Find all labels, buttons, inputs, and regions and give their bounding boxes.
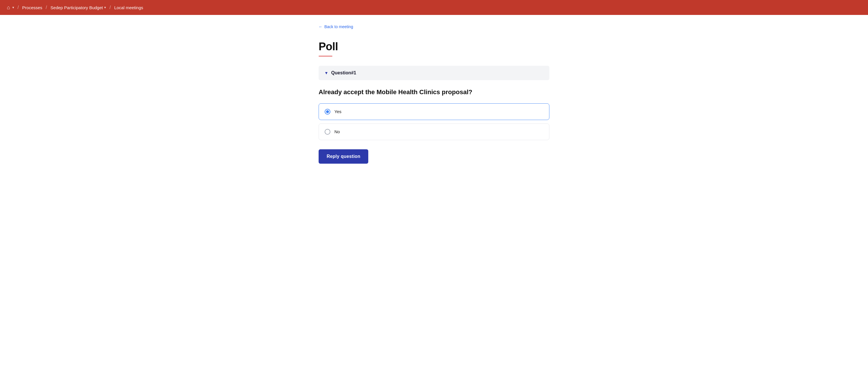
radio-yes-inner (326, 110, 329, 113)
question-header-label: Question#1 (331, 70, 356, 76)
current-page-label: Local meetings (114, 5, 143, 10)
question-text: Already accept the Mobile Health Clinics… (319, 88, 549, 96)
breadcrumb-separator-2: / (45, 5, 47, 10)
participatory-budget-chevron-icon[interactable]: ▾ (104, 5, 106, 9)
home-chevron-icon[interactable]: ▾ (12, 5, 14, 9)
breadcrumb-separator-3: / (110, 5, 111, 10)
question-collapse-icon[interactable]: ▼ (324, 70, 329, 75)
poll-title-underline (319, 56, 332, 57)
navbar: ⌂ ▾ / Processes / Sedep Participatory Bu… (0, 0, 868, 15)
reply-question-button[interactable]: Reply question (319, 149, 368, 164)
processes-link[interactable]: Processes (22, 5, 42, 10)
answer-option-no[interactable]: No (319, 123, 549, 140)
radio-yes-icon (324, 109, 330, 115)
question-header: ▼ Question#1 (319, 66, 549, 80)
participatory-budget-link[interactable]: Sedep Participatory Budget (51, 5, 103, 10)
poll-title: Poll (319, 40, 549, 53)
answer-yes-label: Yes (334, 109, 341, 114)
answer-option-yes[interactable]: Yes (319, 104, 549, 120)
back-to-meeting-link[interactable]: ← Back to meeting (319, 24, 353, 29)
back-link-label: Back to meeting (324, 24, 353, 29)
answer-no-label: No (334, 129, 340, 134)
breadcrumb-separator-1: / (18, 5, 19, 10)
back-arrow-icon: ← (319, 24, 322, 29)
radio-no-icon (324, 129, 330, 135)
home-icon[interactable]: ⌂ (7, 5, 10, 11)
main-content: ← Back to meeting Poll ▼ Question#1 Alre… (305, 15, 563, 186)
